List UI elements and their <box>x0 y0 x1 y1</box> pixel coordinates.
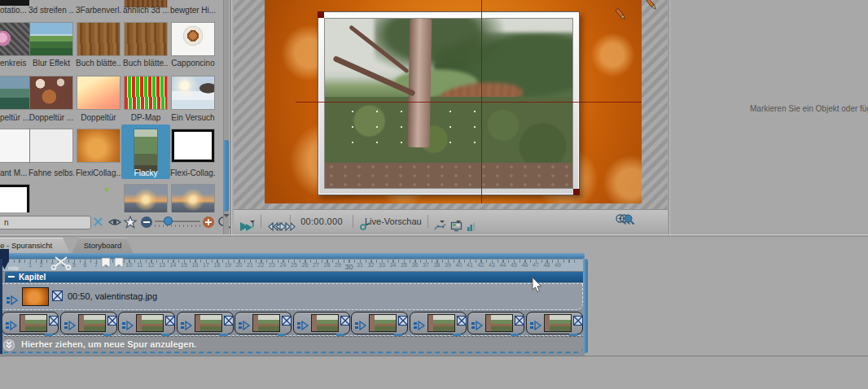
clip[interactable] <box>410 312 467 334</box>
play-options-caret[interactable] <box>250 221 255 225</box>
media-scrollbar-down-arrow[interactable] <box>223 214 230 221</box>
clip[interactable] <box>177 312 234 334</box>
media-item-thumb[interactable] <box>134 129 157 172</box>
clip[interactable] <box>118 312 175 334</box>
resize-photo-icon[interactable] <box>49 316 59 326</box>
display-options-caret[interactable] <box>456 221 461 225</box>
resize-handle-br[interactable] <box>573 189 580 195</box>
resize-photo-icon[interactable] <box>457 316 467 326</box>
collapse-icon[interactable] <box>8 276 15 278</box>
transition-icon[interactable] <box>181 321 193 330</box>
timeline-horizontal-scrollbar[interactable] <box>0 253 585 259</box>
resize-photo-icon[interactable] <box>282 316 292 326</box>
media-item-label[interactable]: FlexiCollag... <box>76 168 121 178</box>
transition-icon[interactable] <box>7 295 19 305</box>
timeline-vertical-scrollbar[interactable] <box>583 259 588 353</box>
transition-icon[interactable] <box>6 321 18 330</box>
media-item-label[interactable]: Buch blätte... <box>123 58 169 68</box>
resize-photo-icon[interactable] <box>165 316 175 326</box>
zoom-slider-handle[interactable] <box>164 217 172 225</box>
clip[interactable] <box>293 312 350 334</box>
clear-search-icon[interactable] <box>91 215 106 229</box>
media-item-label[interactable]: peltür ... <box>0 112 33 123</box>
media-item-thumb[interactable] <box>77 23 120 55</box>
transition-icon[interactable] <box>471 321 484 330</box>
media-item-label[interactable]: otatio... <box>0 5 33 15</box>
clip[interactable] <box>526 312 583 334</box>
media-item-thumb[interactable] <box>30 76 72 109</box>
media-item-thumb[interactable] <box>0 23 29 55</box>
media-item-thumb[interactable] <box>30 23 72 55</box>
media-item-thumb[interactable] <box>0 129 29 162</box>
clip[interactable] <box>351 312 408 334</box>
media-item-thumb[interactable] <box>125 76 167 109</box>
favorite-star-icon[interactable] <box>123 215 138 229</box>
media-item-thumb[interactable] <box>172 129 214 162</box>
clip[interactable] <box>60 312 117 334</box>
live-preview-label[interactable]: Live-Vorschau <box>365 216 422 226</box>
resize-handle-tl[interactable] <box>318 11 324 18</box>
transition-icon[interactable] <box>122 321 134 330</box>
edit-pencil-icon[interactable] <box>644 0 659 11</box>
range-marker-icon[interactable] <box>101 257 125 269</box>
media-item-thumb[interactable] <box>172 76 214 109</box>
resize-photo-icon[interactable] <box>515 316 524 326</box>
media-item-label[interactable]: enkreis <box>0 58 33 68</box>
video-canvas[interactable] <box>265 0 642 203</box>
tab-timeline-spuransicht[interactable]: Timeline - Spuransicht <box>0 238 70 254</box>
transition-icon[interactable] <box>297 321 309 330</box>
curve-options-caret[interactable] <box>440 221 445 225</box>
resize-photo-icon[interactable] <box>107 316 117 326</box>
chapter-track-bar[interactable]: Kapitel <box>5 272 585 282</box>
search-input[interactable]: n <box>0 216 91 229</box>
resize-photo-icon[interactable] <box>573 316 583 326</box>
zoom-slider-track[interactable] <box>155 221 200 222</box>
transition-icon[interactable] <box>414 321 426 330</box>
new-track-drop-zone[interactable]: Hierher ziehen, um neue Spur anzulegen. <box>0 336 584 353</box>
media-item-thumb[interactable] <box>77 76 120 109</box>
transition-icon[interactable] <box>64 321 77 330</box>
transition-icon[interactable] <box>239 321 251 330</box>
media-item-label[interactable]: 3d streifen ... <box>28 5 74 15</box>
media-item-label[interactable]: Capponcino <box>170 58 216 68</box>
ruler-number: 20 <box>236 262 243 268</box>
media-item-label[interactable]: DP-Map <box>123 112 169 123</box>
media-item-label[interactable]: Doppeltür ... <box>28 112 74 123</box>
media-item-label[interactable]: Ein Versuch <box>170 112 216 123</box>
media-item-label[interactable]: ähnlich 3d ... <box>123 5 169 15</box>
razor-tool-icon[interactable] <box>50 256 72 270</box>
clip[interactable] <box>235 312 292 334</box>
eye-icon[interactable] <box>107 215 122 229</box>
zoom-out-icon[interactable] <box>139 215 154 229</box>
media-scrollbar-thumb[interactable] <box>223 140 229 212</box>
media-item-thumb[interactable] <box>30 129 72 162</box>
zoom-in-icon[interactable] <box>201 215 216 229</box>
media-item-label[interactable]: Flexi-Collag... <box>170 168 216 178</box>
media-item-thumb[interactable] <box>77 129 120 162</box>
media-item-label[interactable]: bewgter Hi... <box>170 5 216 15</box>
media-item-label[interactable]: Buch blätte... <box>76 58 121 68</box>
resize-photo-icon[interactable] <box>224 316 234 326</box>
media-item-thumb[interactable] <box>0 76 29 109</box>
media-item-label[interactable]: Flacky <box>123 168 169 178</box>
main-image-object[interactable]: 00:50, valentinstag.jpg <box>2 283 583 310</box>
media-item-label[interactable]: Doppeltür <box>76 112 121 123</box>
transition-icon[interactable] <box>355 321 367 330</box>
timeline-ruler[interactable]: mile 12345678910111213141516171819202122… <box>0 259 585 272</box>
resize-photo-icon[interactable] <box>398 316 408 326</box>
search-input-text: n <box>4 218 9 227</box>
edit-pencil-icon[interactable] <box>613 7 628 21</box>
clip[interactable] <box>467 312 524 334</box>
media-item-thumb[interactable] <box>172 23 214 55</box>
media-item-label[interactable]: Fahne selbs... <box>28 168 74 178</box>
media-item-label[interactable]: Blur Effekt <box>28 58 74 68</box>
transition-icon[interactable] <box>530 321 542 330</box>
resize-photo-icon[interactable] <box>340 316 350 326</box>
clip[interactable] <box>2 312 59 334</box>
media-item-thumb[interactable] <box>125 23 167 55</box>
photo-object-frame[interactable] <box>318 11 580 195</box>
resize-photo-icon[interactable] <box>52 291 63 301</box>
media-item-label[interactable]: 3Farbenverl... <box>76 5 121 15</box>
tab-storyboard[interactable]: Storyboard <box>72 238 134 254</box>
media-item-label[interactable]: ant M... <box>0 168 33 178</box>
